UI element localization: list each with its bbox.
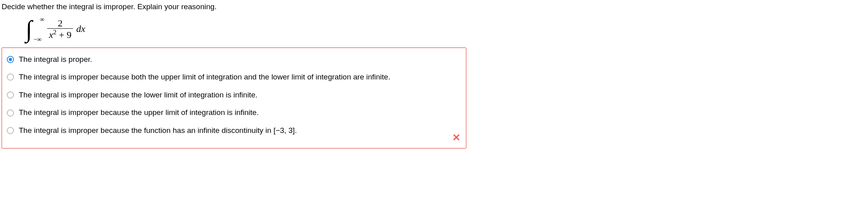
option-label: The integral is proper. xyxy=(19,54,92,65)
option-4[interactable]: The integral is improper because the upp… xyxy=(7,107,461,118)
option-3[interactable]: The integral is improper because the low… xyxy=(7,90,461,101)
option-label: The integral is improper because both th… xyxy=(19,72,390,83)
fraction: 2 x2 + 9 xyxy=(47,18,73,40)
integral-expression: ∫ ∞ −∞ 2 x2 + 9 dx xyxy=(26,17,866,41)
incorrect-icon xyxy=(452,133,460,143)
radio-button[interactable] xyxy=(7,56,14,63)
differential: dx xyxy=(76,24,85,34)
option-1[interactable]: The integral is proper. xyxy=(7,54,461,65)
den-rest: + 9 xyxy=(56,30,71,40)
radio-button[interactable] xyxy=(7,91,14,99)
option-label: The integral is improper because the low… xyxy=(19,90,258,101)
numerator: 2 xyxy=(56,18,64,28)
lower-limit: −∞ xyxy=(34,36,42,43)
integral-symbol: ∫ ∞ −∞ xyxy=(26,17,32,41)
answer-options-box: The integral is proper. The integral is … xyxy=(2,48,466,149)
option-label: The integral is improper because the fun… xyxy=(19,125,297,136)
option-label: The integral is improper because the upp… xyxy=(19,107,259,118)
option-5[interactable]: The integral is improper because the fun… xyxy=(7,125,461,136)
denominator: x2 + 9 xyxy=(47,28,73,40)
radio-button[interactable] xyxy=(7,127,14,134)
option-2[interactable]: The integral is improper because both th… xyxy=(7,72,461,83)
den-var: x xyxy=(49,30,53,40)
question-prompt: Decide whether the integral is improper.… xyxy=(2,2,866,12)
upper-limit: ∞ xyxy=(40,16,44,23)
radio-button[interactable] xyxy=(7,109,14,117)
radio-button[interactable] xyxy=(7,73,14,81)
